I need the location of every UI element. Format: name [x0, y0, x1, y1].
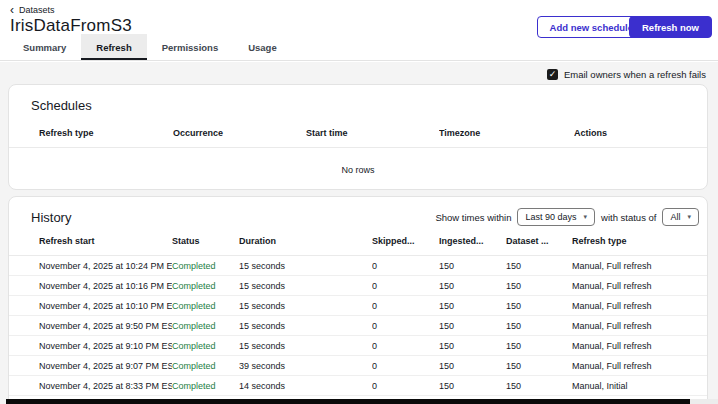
email-owners-checkbox[interactable]: ✓: [547, 69, 558, 80]
cell-refresh-type: Manual, Full refresh: [572, 321, 699, 331]
cell-refresh-type: Manual, Full refresh: [572, 261, 699, 271]
chevron-down-icon: ▾: [687, 213, 691, 221]
cell-dataset: 150: [506, 321, 572, 331]
table-row: November 4, 2025 at 9:10 PM EST Complete…: [9, 336, 707, 356]
cell-duration: 39 seconds: [239, 361, 372, 371]
cell-skipped: 0: [372, 301, 439, 311]
cell-refresh-start: November 4, 2025 at 9:50 PM EST: [39, 321, 172, 331]
horizontal-scrollbar: [0, 399, 718, 404]
history-table-body: November 4, 2025 at 10:24 PM EST Complet…: [9, 256, 707, 396]
history-col-refresh-type: Refresh type: [572, 236, 699, 246]
cell-dataset: 150: [506, 261, 572, 271]
schedules-card: Schedules Refresh type Occurrence Start …: [8, 84, 708, 190]
cell-ingested: 150: [439, 301, 506, 311]
cell-dataset: 150: [506, 281, 572, 291]
scrollbar-corner: [690, 399, 718, 404]
history-table-header: Refresh start Status Duration Skipped...…: [9, 236, 707, 256]
cell-skipped: 0: [372, 341, 439, 351]
horizontal-scrollbar-thumb[interactable]: [6, 399, 690, 404]
table-row: November 4, 2025 at 9:07 PM EST Complete…: [9, 356, 707, 376]
cell-ingested: 150: [439, 381, 506, 391]
cell-status: Completed: [172, 301, 239, 311]
cell-ingested: 150: [439, 321, 506, 331]
table-row: November 4, 2025 at 10:10 PM EST Complet…: [9, 296, 707, 316]
cell-skipped: 0: [372, 321, 439, 331]
cell-refresh-type: Manual, Full refresh: [572, 341, 699, 351]
time-range-select[interactable]: Last 90 days ▾: [517, 208, 595, 226]
history-filters: Show times within Last 90 days ▾ with st…: [435, 208, 699, 226]
time-range-value: Last 90 days: [525, 212, 576, 222]
breadcrumb[interactable]: ‹ Datasets: [10, 5, 55, 15]
back-chevron-icon: ‹: [10, 6, 14, 15]
schedules-col-actions: Actions: [574, 128, 699, 138]
cell-status: Completed: [172, 261, 239, 271]
refresh-now-button[interactable]: Refresh now: [629, 16, 712, 38]
cell-skipped: 0: [372, 261, 439, 271]
filter-status-label: with status of: [601, 212, 656, 223]
cell-refresh-type: Manual, Full refresh: [572, 301, 699, 311]
schedules-title: Schedules: [9, 85, 707, 113]
tab-usage[interactable]: Usage: [233, 34, 292, 60]
cell-status: Completed: [172, 321, 239, 331]
cell-refresh-start: November 4, 2025 at 10:16 PM EST: [39, 281, 172, 291]
cell-status: Completed: [172, 341, 239, 351]
schedules-empty-state: No rows: [9, 148, 707, 190]
tab-bar: Summary Refresh Permissions Usage: [8, 34, 292, 60]
cell-ingested: 150: [439, 261, 506, 271]
history-col-skipped: Skipped...: [372, 236, 439, 246]
cell-duration: 15 seconds: [239, 261, 372, 271]
cell-duration: 15 seconds: [239, 281, 372, 291]
cell-refresh-start: November 4, 2025 at 9:10 PM EST: [39, 341, 172, 351]
history-col-duration: Duration: [239, 236, 372, 246]
chevron-down-icon: ▾: [584, 213, 588, 221]
history-col-refresh-start: Refresh start: [39, 236, 172, 246]
cell-dataset: 150: [506, 301, 572, 311]
cell-refresh-start: November 4, 2025 at 10:24 PM EST: [39, 261, 172, 271]
cell-ingested: 150: [439, 281, 506, 291]
status-value: All: [670, 212, 680, 222]
cell-ingested: 150: [439, 341, 506, 351]
filter-time-label: Show times within: [435, 212, 511, 223]
cell-ingested: 150: [439, 361, 506, 371]
table-row: November 4, 2025 at 8:33 PM EST Complete…: [9, 376, 707, 396]
table-row: November 4, 2025 at 10:16 PM EST Complet…: [9, 276, 707, 296]
cell-refresh-start: November 4, 2025 at 9:07 PM EST: [39, 361, 172, 371]
cell-refresh-type: Manual, Full refresh: [572, 281, 699, 291]
history-col-ingested: Ingested...: [439, 236, 506, 246]
table-row: November 4, 2025 at 9:50 PM EST Complete…: [9, 316, 707, 336]
cell-status: Completed: [172, 381, 239, 391]
cell-status: Completed: [172, 361, 239, 371]
history-card: History Show times within Last 90 days ▾…: [8, 196, 708, 404]
history-col-status: Status: [172, 236, 239, 246]
cell-duration: 15 seconds: [239, 301, 372, 311]
cell-skipped: 0: [372, 381, 439, 391]
email-owners-checkbox-row[interactable]: ✓ Email owners when a refresh fails: [547, 69, 706, 80]
content-area: ✓ Email owners when a refresh fails Sche…: [0, 62, 718, 404]
cell-refresh-type: Manual, Full refresh: [572, 361, 699, 371]
tab-summary[interactable]: Summary: [8, 34, 81, 60]
cell-refresh-type: Manual, Initial: [572, 381, 699, 391]
cell-dataset: 150: [506, 361, 572, 371]
cell-skipped: 0: [372, 361, 439, 371]
breadcrumb-label: Datasets: [19, 5, 55, 15]
history-col-dataset: Dataset ...: [506, 236, 572, 246]
tab-refresh[interactable]: Refresh: [81, 34, 146, 60]
page-header: ‹ Datasets IrisDataFromS3 Add new schedu…: [0, 0, 718, 61]
page-title: IrisDataFromS3: [10, 16, 132, 36]
cell-duration: 14 seconds: [239, 381, 372, 391]
cell-duration: 15 seconds: [239, 341, 372, 351]
cell-status: Completed: [172, 281, 239, 291]
tab-permissions[interactable]: Permissions: [147, 34, 234, 60]
status-select[interactable]: All ▾: [662, 208, 699, 226]
table-row: November 4, 2025 at 10:24 PM EST Complet…: [9, 256, 707, 276]
schedules-col-timezone: Timezone: [439, 128, 574, 138]
history-card-header: History Show times within Last 90 days ▾…: [9, 197, 707, 226]
cell-dataset: 150: [506, 381, 572, 391]
schedules-col-refresh-type: Refresh type: [39, 128, 173, 138]
schedules-col-occurrence: Occurrence: [173, 128, 306, 138]
schedules-col-start-time: Start time: [306, 128, 439, 138]
cell-refresh-start: November 4, 2025 at 8:33 PM EST: [39, 381, 172, 391]
cell-skipped: 0: [372, 281, 439, 291]
email-owners-label: Email owners when a refresh fails: [564, 69, 706, 80]
cell-dataset: 150: [506, 341, 572, 351]
